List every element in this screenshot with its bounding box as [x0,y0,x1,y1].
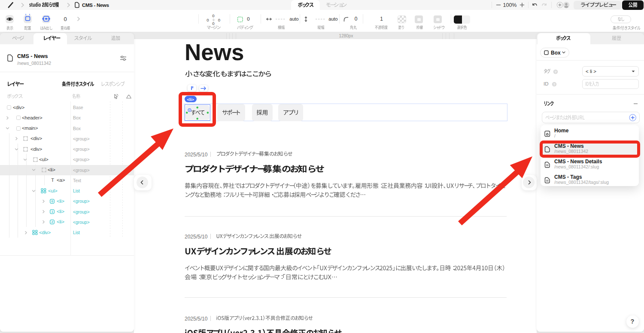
svg-text:?: ? [555,70,557,73]
svg-text:?: ? [553,82,556,86]
